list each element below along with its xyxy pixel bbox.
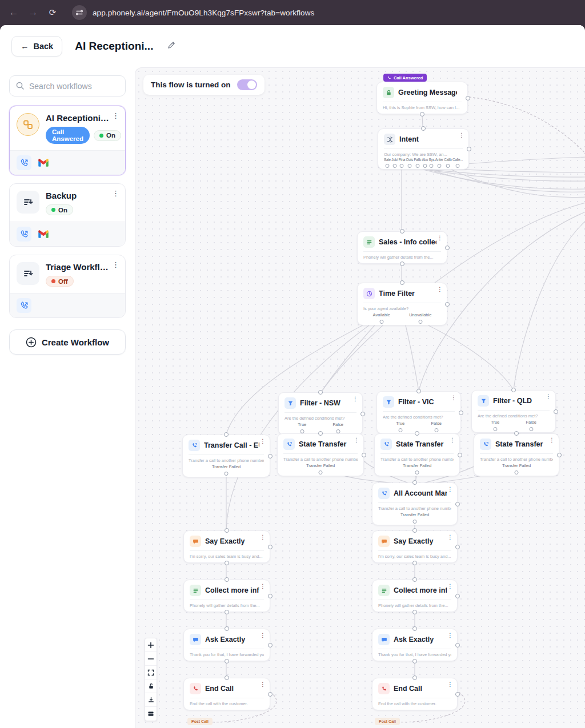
connection-handle[interactable]	[412, 528, 417, 533]
connection-handle[interactable]	[412, 480, 417, 485]
branch-handle[interactable]	[225, 472, 229, 476]
zoom-out-button[interactable]	[145, 652, 157, 666]
branch-handle[interactable]	[336, 429, 340, 433]
node-all-account-managers[interactable]: All Account Manag... ⋮ Transfer a call t…	[372, 482, 458, 525]
node-state-transfer-3[interactable]: State Transfer ⋮ Transfer a call to anot…	[474, 433, 559, 476]
connection-handle[interactable]	[514, 431, 519, 436]
workflow-card-backup[interactable]: Backup On ⋮	[9, 183, 126, 247]
branch-handle[interactable]	[493, 427, 497, 431]
connection-handle[interactable]	[467, 147, 471, 151]
branch-handle[interactable]	[319, 470, 323, 474]
connection-handle[interactable]	[225, 610, 229, 614]
node-menu-button[interactable]: ⋮	[352, 396, 358, 402]
connection-handle[interactable]	[400, 262, 404, 266]
branch-handle[interactable]	[379, 320, 383, 324]
node-filter-vic[interactable]: Filter - VIC ⋮ Are the defined condition…	[376, 391, 461, 434]
connection-handle[interactable]	[268, 643, 273, 647]
node-end-call-left[interactable]: End Call ⋮ End the call with the custome…	[183, 678, 270, 710]
node-menu-button[interactable]: ⋮	[447, 534, 453, 540]
edit-title-icon[interactable]	[167, 41, 176, 52]
connection-handle[interactable]	[416, 389, 421, 393]
branch-handle[interactable]	[418, 320, 422, 324]
lock-button[interactable]	[145, 679, 157, 693]
connection-handle[interactable]	[415, 431, 419, 436]
node-state-transfer-1[interactable]: State Transfer ⋮ Transfer a call to anot…	[277, 433, 364, 476]
flow-canvas[interactable]: This flow is turned on Call Answered Gre…	[135, 67, 585, 728]
workflow-menu-button[interactable]: ⋮	[112, 112, 119, 119]
node-menu-button[interactable]: ⋮	[437, 235, 443, 241]
node-menu-button[interactable]: ⋮	[260, 584, 266, 589]
branch-handle[interactable]	[413, 520, 417, 524]
node-menu-button[interactable]: ⋮	[437, 287, 443, 292]
connection-handle[interactable]	[412, 561, 417, 565]
node-menu-button[interactable]: ⋮	[447, 682, 453, 687]
node-intent[interactable]: Intent ⋮ Our company: We are SSW, an... …	[378, 128, 469, 170]
connection-handle[interactable]	[225, 561, 229, 565]
connection-handle[interactable]	[445, 302, 450, 307]
connection-handle[interactable]	[360, 412, 365, 416]
node-time-filter[interactable]: Time Filter ⋮ Is your agent available? A…	[357, 283, 447, 325]
node-menu-button[interactable]: ⋮	[354, 437, 359, 443]
branch-handle[interactable]	[400, 164, 404, 168]
node-sales-info-collection[interactable]: Sales - Info collection ⋮ Phonely will g…	[357, 231, 447, 264]
branch-handle[interactable]	[398, 428, 402, 432]
branch-handle[interactable]	[407, 164, 411, 168]
connection-handle[interactable]	[511, 388, 516, 392]
workflow-card-ai-receptionist[interactable]: AI Receptionis... Call Answered On ⋮	[9, 106, 126, 175]
connection-handle[interactable]	[225, 659, 229, 663]
connection-handle[interactable]	[455, 594, 460, 598]
connection-handle[interactable]	[225, 528, 229, 533]
node-ask-exactly-right[interactable]: Ask Exactly ⋮ Thank you for that, I have…	[372, 629, 458, 661]
connection-handle[interactable]	[224, 432, 229, 437]
node-menu-button[interactable]: ⋮	[447, 584, 453, 589]
connection-handle[interactable]	[455, 692, 460, 697]
connection-handle[interactable]	[225, 626, 229, 631]
browser-back-icon[interactable]: ←	[8, 7, 19, 18]
node-menu-button[interactable]: ⋮	[260, 534, 266, 540]
connection-handle[interactable]	[466, 96, 470, 100]
create-workflow-button[interactable]: Create Workflow	[9, 329, 126, 355]
connection-handle[interactable]	[455, 545, 460, 549]
connection-handle[interactable]	[225, 577, 229, 582]
node-state-transfer-2[interactable]: State Transfer ⋮ Transfer a call to anot…	[374, 433, 460, 476]
connection-handle[interactable]	[400, 280, 404, 285]
download-button[interactable]	[145, 693, 157, 707]
branch-handle[interactable]	[529, 427, 533, 431]
flow-enabled-toggle[interactable]	[237, 79, 257, 90]
connection-handle[interactable]	[225, 675, 229, 680]
search-input[interactable]	[9, 75, 126, 96]
branch-handle[interactable]	[430, 164, 434, 168]
connection-handle[interactable]	[459, 411, 463, 415]
connection-handle[interactable]	[268, 545, 273, 549]
connection-handle[interactable]	[362, 453, 366, 457]
node-collect-more-info-right[interactable]: Collect more info ⋮ Phonely will gather …	[372, 580, 458, 612]
branch-handle[interactable]	[415, 164, 419, 168]
connection-handle[interactable]	[268, 594, 273, 598]
node-menu-button[interactable]: ⋮	[447, 633, 453, 638]
connection-handle[interactable]	[412, 659, 417, 663]
connection-handle[interactable]	[412, 626, 417, 631]
node-ask-exactly-left[interactable]: Ask Exactly ⋮ Thank you for that, I have…	[183, 629, 270, 661]
connection-handle[interactable]	[400, 229, 404, 234]
branch-handle[interactable]	[385, 164, 389, 168]
connection-handle[interactable]	[455, 643, 460, 647]
branch-handle[interactable]	[446, 164, 450, 168]
browser-reload-icon[interactable]: ⟳	[47, 7, 58, 18]
connection-handle[interactable]	[421, 126, 426, 131]
branch-handle[interactable]	[437, 164, 441, 168]
node-menu-button[interactable]: ⋮	[260, 682, 266, 687]
node-menu-button[interactable]: ⋮	[260, 439, 266, 444]
node-end-call-right[interactable]: End Call ⋮ End the call with the custome…	[372, 678, 458, 710]
connection-handle[interactable]	[455, 502, 460, 506]
branch-handle[interactable]	[434, 428, 438, 432]
connection-handle[interactable]	[557, 453, 562, 457]
node-menu-button[interactable]: ⋮	[447, 486, 453, 492]
node-menu-button[interactable]: ⋮	[260, 633, 266, 638]
site-settings-icon[interactable]	[72, 5, 87, 20]
zoom-in-button[interactable]	[145, 638, 157, 652]
branch-handle[interactable]	[423, 164, 427, 168]
branch-handle[interactable]	[415, 470, 419, 474]
connection-handle[interactable]	[554, 409, 558, 414]
node-menu-button[interactable]: ⋮	[546, 394, 551, 400]
connection-handle[interactable]	[412, 610, 417, 614]
